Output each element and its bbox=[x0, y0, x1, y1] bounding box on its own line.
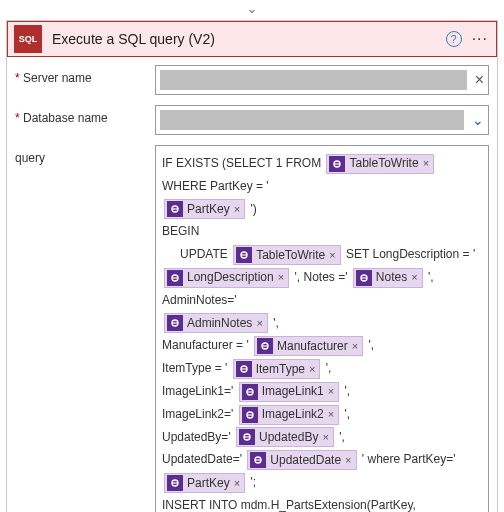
server-name-masked-value bbox=[160, 70, 467, 90]
query-text: ImageLink1=' bbox=[162, 384, 233, 398]
dynamic-content-icon bbox=[356, 270, 372, 286]
query-label: query bbox=[15, 145, 155, 165]
token-adminnotes[interactable]: AdminNotes× bbox=[164, 313, 268, 333]
token-remove-icon[interactable]: × bbox=[423, 153, 429, 174]
query-text: WHERE PartKey = ' bbox=[162, 179, 269, 193]
query-text: ', bbox=[273, 316, 279, 330]
dynamic-content-icon bbox=[167, 475, 183, 491]
query-text: ' where PartKey=' bbox=[362, 452, 456, 466]
dynamic-content-icon bbox=[167, 315, 183, 331]
token-remove-icon[interactable]: × bbox=[328, 404, 334, 425]
dynamic-content-icon bbox=[239, 429, 255, 445]
card-body: Server name × Database name ⌄ query IF E… bbox=[7, 57, 497, 512]
token-label: ImageLink1 bbox=[262, 380, 324, 403]
token-label: Manufacturer bbox=[277, 335, 348, 358]
token-label: AdminNotes bbox=[187, 312, 252, 335]
action-card: SQL Execute a SQL query (V2) ? ··· Serve… bbox=[6, 20, 498, 512]
token-label: TableToWrite bbox=[256, 244, 325, 267]
token-remove-icon[interactable]: × bbox=[234, 199, 240, 220]
query-text: ', bbox=[326, 361, 332, 375]
query-text: ', bbox=[345, 407, 351, 421]
sql-connector-icon: SQL bbox=[14, 25, 42, 53]
query-text: ', bbox=[369, 338, 375, 352]
help-icon[interactable]: ? bbox=[446, 31, 462, 47]
token-label: ItemType bbox=[256, 358, 305, 381]
chevron-down-icon[interactable]: ⌄ bbox=[472, 112, 484, 128]
dynamic-content-icon bbox=[257, 338, 273, 354]
query-input[interactable]: IF EXISTS (SELECT 1 FROM TableToWrite× W… bbox=[155, 145, 489, 512]
database-name-label: Database name bbox=[15, 105, 155, 125]
token-imagelink2[interactable]: ImageLink2× bbox=[239, 405, 339, 425]
token-label: ImageLink2 bbox=[262, 403, 324, 426]
token-remove-icon[interactable]: × bbox=[256, 313, 262, 334]
dynamic-content-icon bbox=[250, 452, 266, 468]
query-text: ', bbox=[345, 384, 351, 398]
token-table-to-write[interactable]: TableToWrite× bbox=[233, 245, 341, 265]
token-label: PartKey bbox=[187, 472, 230, 495]
dynamic-content-icon bbox=[236, 361, 252, 377]
token-remove-icon[interactable]: × bbox=[411, 267, 417, 288]
query-text: Manufacturer = ' bbox=[162, 338, 249, 352]
token-label: UpdatedBy bbox=[259, 426, 318, 449]
token-remove-icon[interactable]: × bbox=[329, 245, 335, 266]
query-text: ') bbox=[250, 202, 256, 216]
token-partkey[interactable]: PartKey× bbox=[164, 199, 245, 219]
token-manufacturer[interactable]: Manufacturer× bbox=[254, 336, 363, 356]
dynamic-content-icon bbox=[167, 201, 183, 217]
query-text: ', Notes =' bbox=[295, 270, 348, 284]
token-remove-icon[interactable]: × bbox=[322, 427, 328, 448]
token-remove-icon[interactable]: × bbox=[278, 267, 284, 288]
query-text: UpdatedBy=' bbox=[162, 430, 231, 444]
more-menu-button[interactable]: ··· bbox=[472, 30, 488, 48]
dynamic-content-icon bbox=[242, 384, 258, 400]
query-text: UPDATE bbox=[180, 247, 231, 261]
token-label: TableToWrite bbox=[349, 152, 418, 175]
token-remove-icon[interactable]: × bbox=[234, 473, 240, 494]
token-imagelink1[interactable]: ImageLink1× bbox=[239, 382, 339, 402]
token-remove-icon[interactable]: × bbox=[309, 359, 315, 380]
query-text: UpdatedDate=' bbox=[162, 452, 242, 466]
token-partkey[interactable]: PartKey× bbox=[164, 473, 245, 493]
query-text: ImageLink2=' bbox=[162, 407, 233, 421]
query-text: ItemType = ' bbox=[162, 361, 227, 375]
query-text: '; bbox=[250, 475, 256, 489]
query-text: IF EXISTS (SELECT 1 FROM bbox=[162, 156, 324, 170]
token-remove-icon[interactable]: × bbox=[345, 450, 351, 471]
database-name-input[interactable]: ⌄ bbox=[155, 105, 489, 135]
dynamic-content-icon bbox=[329, 156, 345, 172]
token-updatedby[interactable]: UpdatedBy× bbox=[236, 427, 334, 447]
query-text: ', bbox=[339, 430, 345, 444]
token-label: LongDescription bbox=[187, 266, 274, 289]
token-longdescription[interactable]: LongDescription× bbox=[164, 268, 289, 288]
token-label: Notes bbox=[376, 266, 407, 289]
card-header[interactable]: SQL Execute a SQL query (V2) ? ··· bbox=[7, 21, 497, 57]
query-row: query IF EXISTS (SELECT 1 FROM TableToWr… bbox=[15, 145, 489, 512]
query-text: BEGIN bbox=[162, 220, 482, 243]
clear-icon[interactable]: × bbox=[475, 71, 484, 89]
database-name-row: Database name ⌄ bbox=[15, 105, 489, 135]
flow-arrow-down-icon: ⌄ bbox=[0, 0, 504, 14]
database-name-masked-value bbox=[160, 110, 464, 130]
dynamic-content-icon bbox=[167, 270, 183, 286]
token-itemtype[interactable]: ItemType× bbox=[233, 359, 321, 379]
token-label: UpdatedDate bbox=[270, 449, 341, 472]
token-label: PartKey bbox=[187, 198, 230, 221]
dynamic-content-icon bbox=[242, 407, 258, 423]
server-name-row: Server name × bbox=[15, 65, 489, 95]
server-name-input[interactable]: × bbox=[155, 65, 489, 95]
token-remove-icon[interactable]: × bbox=[328, 381, 334, 402]
query-text: SET LongDescription = ' bbox=[346, 247, 475, 261]
action-title: Execute a SQL query (V2) bbox=[52, 31, 215, 47]
query-text: INSERT INTO mdm.H_PartsExtension(PartKey… bbox=[162, 494, 482, 512]
token-notes[interactable]: Notes× bbox=[353, 268, 423, 288]
dynamic-content-icon bbox=[236, 247, 252, 263]
token-updateddate[interactable]: UpdatedDate× bbox=[247, 450, 356, 470]
token-remove-icon[interactable]: × bbox=[352, 336, 358, 357]
token-table-to-write[interactable]: TableToWrite× bbox=[326, 154, 434, 174]
server-name-label: Server name bbox=[15, 65, 155, 85]
